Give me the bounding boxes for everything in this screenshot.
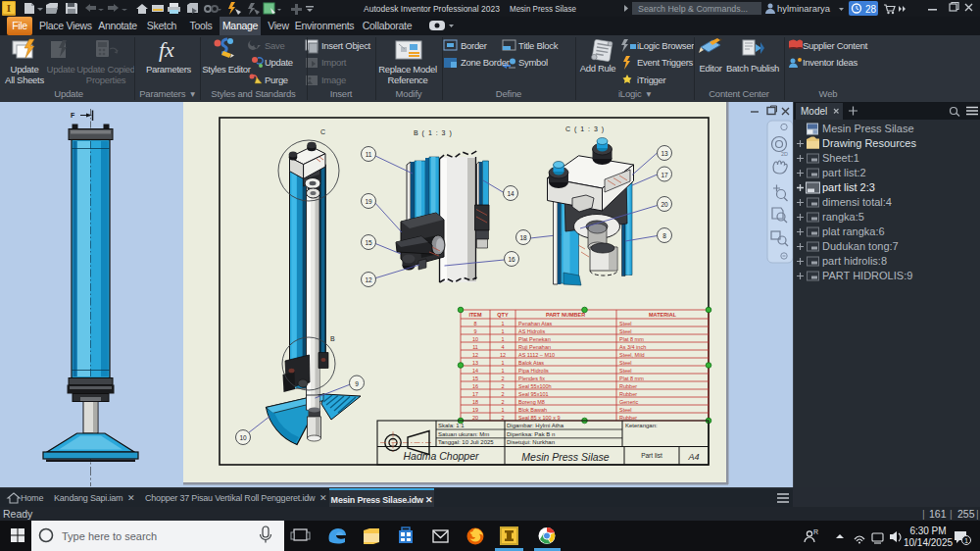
svg-text:Blok Bawah: Blok Bawah — [518, 407, 547, 413]
svg-text:Diperiksa: Pak B n: Diperiksa: Pak B n — [507, 431, 555, 437]
svg-text:17: 17 — [472, 391, 478, 397]
svg-text:MATERIAL: MATERIAL — [649, 312, 677, 318]
svg-text:Penahan Atas: Penahan Atas — [518, 321, 553, 326]
svg-text:Seal 55x100h: Seal 55x100h — [518, 383, 552, 389]
svg-text:C: C — [320, 128, 325, 135]
svg-text:15: 15 — [472, 376, 478, 381]
svg-text:18: 18 — [472, 399, 478, 405]
svg-text:Steel, Mild: Steel, Mild — [619, 352, 645, 358]
svg-text:Part list: Part list — [641, 452, 662, 459]
svg-text:15: 15 — [365, 239, 372, 246]
svg-text:Seal 85 x 100 x 9: Seal 85 x 100 x 9 — [518, 415, 561, 421]
svg-text:9: 9 — [355, 380, 359, 387]
svg-text:13: 13 — [472, 360, 478, 366]
svg-text:Type here to search: Type here to search — [62, 530, 157, 542]
svg-text:16: 16 — [472, 383, 478, 389]
svg-text:Rubber: Rubber — [619, 415, 637, 421]
svg-text:1: 1 — [501, 407, 504, 413]
svg-text:fx: fx — [159, 37, 174, 62]
svg-text:14: 14 — [507, 190, 514, 197]
svg-text:Satuan ukuran: Mm: Satuan ukuran: Mm — [438, 431, 489, 437]
svg-text:12: 12 — [365, 276, 372, 283]
svg-text:Steel: Steel — [619, 328, 632, 334]
svg-text:Search Help & Commands...: Search Help & Commands... — [638, 3, 748, 14]
svg-text:AS 1112 – M10: AS 1112 – M10 — [518, 352, 555, 358]
svg-text:Rubber: Rubber — [619, 383, 637, 389]
svg-text:Pipa Hidrolis: Pipa Hidrolis — [518, 368, 549, 374]
svg-text:2: 2 — [501, 383, 504, 389]
svg-text:9: 9 — [473, 328, 476, 334]
svg-text:2: 2 — [501, 415, 504, 421]
svg-text:Digambar: Hylmi Atha: Digambar: Hylmi Atha — [507, 423, 564, 428]
svg-text:16: 16 — [508, 256, 515, 263]
svg-text:1: 1 — [964, 536, 968, 545]
svg-text:Steel: Steel — [619, 368, 632, 374]
svg-text:10: 10 — [239, 434, 247, 441]
svg-text:2: 2 — [501, 399, 504, 405]
svg-text:Steel: Steel — [619, 360, 632, 366]
svg-text:13: 13 — [661, 150, 668, 157]
svg-text:18: 18 — [519, 234, 527, 241]
svg-text:2: 2 — [501, 391, 504, 397]
svg-text:Steel: Steel — [619, 407, 632, 413]
svg-text:Steel: Steel — [619, 321, 632, 326]
svg-text:hylminararya: hylminararya — [777, 3, 831, 14]
svg-text:1: 1 — [501, 328, 504, 334]
svg-text:4: 4 — [501, 344, 504, 350]
svg-text:B: B — [330, 335, 335, 342]
svg-text:Seal 95x101: Seal 95x101 — [518, 391, 549, 397]
svg-text:17: 17 — [661, 172, 668, 178]
svg-text:19: 19 — [472, 407, 478, 413]
svg-text:10/14/2025: 10/14/2025 — [904, 537, 953, 548]
svg-text:QTY: QTY — [497, 312, 509, 318]
svg-text:10: 10 — [472, 336, 478, 342]
svg-text:19: 19 — [365, 198, 372, 205]
svg-text:20: 20 — [472, 415, 478, 421]
svg-text:Plat 8 mm: Plat 8 mm — [619, 376, 644, 381]
svg-text:Plat 8 mm: Plat 8 mm — [619, 336, 644, 342]
svg-text:B ( 1 : 3 ): B ( 1 : 3 ) — [414, 129, 453, 137]
svg-text:Balok Atas: Balok Atas — [518, 360, 544, 366]
svg-text:Hadma Chopper: Hadma Chopper — [403, 450, 479, 462]
svg-text:Ruji Penahan: Ruji Penahan — [518, 344, 551, 350]
svg-text:I: I — [7, 2, 11, 14]
svg-text:C ( 1 : 3 ): C ( 1 : 3 ) — [565, 125, 605, 133]
svg-text:Plat Penekan: Plat Penekan — [518, 336, 551, 342]
svg-text:8: 8 — [662, 232, 666, 239]
svg-text:Plendes fix: Plendes fix — [518, 376, 545, 381]
svg-text:Generic: Generic — [619, 399, 639, 405]
svg-text:Autodesk Inventor Professional: Autodesk Inventor Professional 2023 — [364, 3, 500, 14]
svg-text:11: 11 — [366, 151, 372, 158]
svg-text:Keterangan:: Keterangan: — [625, 423, 658, 428]
svg-text:Mesin Press Silase: Mesin Press Silase — [521, 451, 609, 463]
svg-text:8: 8 — [473, 321, 476, 326]
svg-text:6:30 PM: 6:30 PM — [909, 526, 946, 536]
svg-text:2: 2 — [501, 376, 504, 381]
svg-text:As 3/4 inch: As 3/4 inch — [619, 344, 646, 350]
svg-text:20: 20 — [661, 201, 668, 208]
svg-text:12: 12 — [472, 352, 478, 358]
svg-text:1: 1 — [501, 368, 504, 374]
svg-text:A4: A4 — [687, 452, 699, 462]
svg-text:F: F — [71, 112, 75, 119]
svg-text:1: 1 — [501, 321, 504, 326]
svg-text:Mesin Press Silase: Mesin Press Silase — [510, 3, 576, 14]
svg-text:Tanggal: 10 Juli 2025: Tanggal: 10 Juli 2025 — [438, 439, 494, 445]
svg-text:12: 12 — [500, 352, 506, 358]
svg-text:14: 14 — [472, 368, 478, 374]
svg-text:R: R — [813, 528, 818, 535]
svg-text:2D: 2D — [781, 151, 788, 157]
svg-text:AS Hidrolis: AS Hidrolis — [518, 328, 545, 334]
svg-text:PART NUMBER: PART NUMBER — [546, 312, 585, 318]
svg-text:Skala: 1:1: Skala: 1:1 — [438, 423, 465, 428]
svg-text:28: 28 — [865, 4, 877, 15]
svg-text:1: 1 — [501, 336, 504, 342]
svg-text:Disetujui: Nurkhan: Disetujui: Nurkhan — [507, 439, 555, 445]
svg-text:Rubber: Rubber — [619, 391, 637, 397]
svg-text:ITEM: ITEM — [468, 312, 482, 318]
svg-text:11: 11 — [472, 344, 478, 350]
svg-text:1: 1 — [501, 360, 504, 366]
svg-text:Boreng M8: Boreng M8 — [518, 399, 545, 405]
